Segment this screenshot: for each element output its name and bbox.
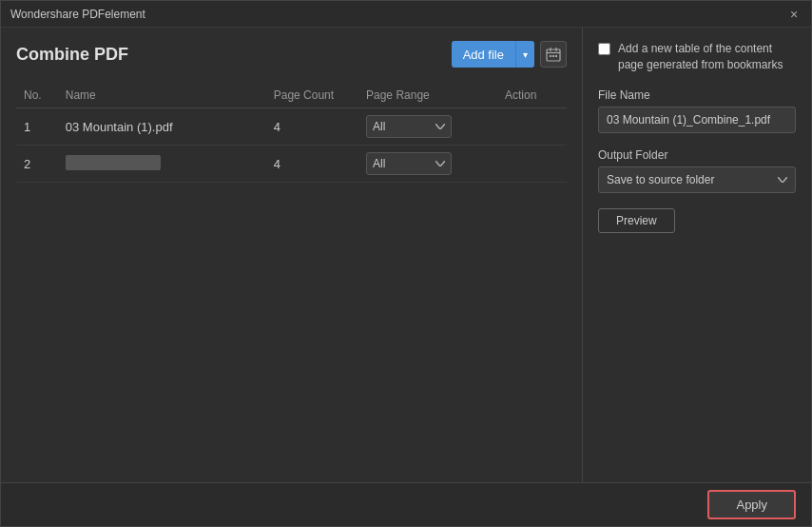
row2-pagerange-select[interactable]: All Custom — [366, 152, 452, 175]
calendar-icon — [546, 47, 561, 62]
left-panel: Combine PDF Add file ▾ — [1, 28, 583, 482]
col-header-pagecount: Page Count — [266, 83, 358, 108]
footer: Apply — [1, 482, 811, 526]
file-name-label: File Name — [598, 88, 796, 102]
table-row: 1 03 Mountain (1).pdf 4 All Custom — [16, 108, 567, 146]
panel-header: Combine PDF Add file ▾ — [16, 41, 567, 68]
svg-rect-6 — [555, 55, 557, 57]
svg-rect-5 — [552, 55, 554, 57]
preview-section: Preview — [598, 208, 796, 233]
row1-pagerange[interactable]: All Custom — [358, 108, 497, 146]
file-name-section: File Name — [598, 88, 796, 133]
title-bar: Wondershare PDFelement × — [1, 1, 811, 28]
file-table: No. Name Page Count Page Range Action 1 … — [16, 83, 567, 183]
close-button[interactable]: × — [786, 7, 802, 22]
table-row: 2 4 All Custom — [16, 146, 567, 183]
row2-name-placeholder — [66, 155, 161, 170]
row2-no: 2 — [16, 146, 58, 183]
add-file-button[interactable]: Add file ▾ — [452, 41, 534, 68]
checkbox-row: Add a new table of the content page gene… — [598, 41, 796, 73]
row2-pagecount: 4 — [266, 146, 358, 183]
row1-action — [497, 108, 567, 146]
file-name-input[interactable] — [598, 107, 796, 133]
row1-no: 1 — [16, 108, 58, 146]
main-content: Combine PDF Add file ▾ — [1, 28, 811, 482]
col-header-name: Name — [58, 83, 266, 108]
row2-pagerange[interactable]: All Custom — [358, 146, 497, 183]
col-header-no: No. — [16, 83, 58, 108]
apply-button[interactable]: Apply — [707, 490, 796, 519]
output-folder-select[interactable]: Save to source folder Choose folder... — [598, 166, 796, 193]
col-header-pagerange: Page Range — [358, 83, 497, 108]
window: Wondershare PDFelement × Combine PDF Add… — [0, 0, 812, 527]
row1-pagerange-select[interactable]: All Custom — [366, 115, 452, 138]
bookmark-checkbox[interactable] — [598, 43, 610, 55]
row1-pagecount: 4 — [266, 108, 358, 146]
window-title: Wondershare PDFelement — [10, 8, 145, 21]
panel-title: Combine PDF — [16, 45, 128, 65]
calendar-icon-button[interactable] — [540, 41, 567, 68]
right-panel: Add a new table of the content page gene… — [583, 28, 811, 482]
add-file-dropdown-arrow[interactable]: ▾ — [516, 41, 534, 68]
preview-button[interactable]: Preview — [598, 208, 675, 233]
row1-name: 03 Mountain (1).pdf — [58, 108, 266, 146]
output-folder-section: Output Folder Save to source folder Choo… — [598, 148, 796, 193]
row2-name — [58, 146, 266, 183]
output-folder-label: Output Folder — [598, 148, 796, 162]
add-file-label: Add file — [452, 41, 516, 68]
svg-rect-4 — [550, 55, 551, 57]
bookmark-checkbox-label: Add a new table of the content page gene… — [618, 41, 796, 73]
col-header-action: Action — [497, 83, 567, 108]
header-buttons: Add file ▾ — [452, 41, 567, 68]
row2-action — [497, 146, 567, 183]
